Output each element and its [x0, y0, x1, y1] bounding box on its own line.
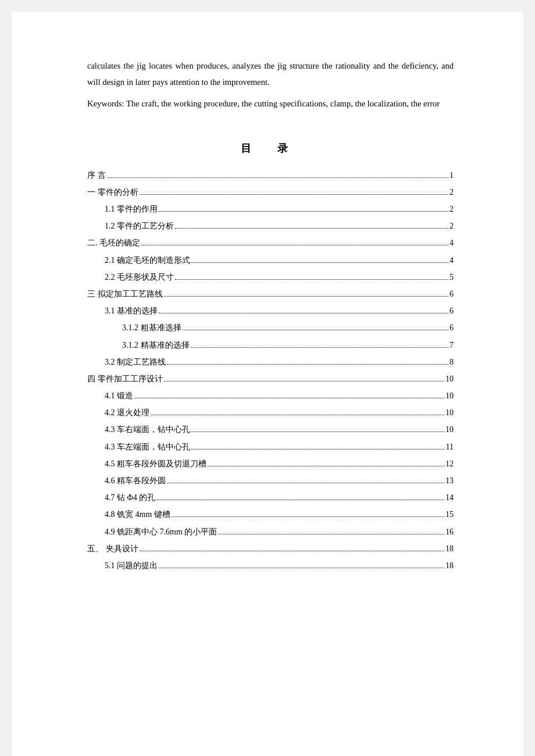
toc-item-page: 6 [450, 287, 454, 301]
toc-item: 5.1 问题的提出18 [87, 558, 454, 573]
toc-item-page: 13 [445, 473, 454, 488]
toc-item-page: 14 [445, 490, 454, 505]
toc-item-label: 4.8 铣宽 4mm 键槽 [105, 507, 170, 522]
toc-item-dots [159, 313, 448, 313]
toc-title: 目 录 [87, 141, 454, 155]
toc-item: 1.1 零件的作用2 [87, 202, 454, 216]
toc-item-dots [164, 381, 445, 381]
toc-item-page: 4 [450, 253, 454, 268]
toc-item-dots [218, 534, 444, 534]
toc-container: 序 言1一 零件的分析21.1 零件的作用21.2 零件的工艺分析2二. 毛坯的… [87, 168, 454, 573]
toc-item: 1.2 零件的工艺分析2 [87, 219, 454, 233]
document-page: calculates the jig locates when produces… [12, 12, 523, 756]
toc-item-dots [191, 432, 444, 432]
toc-item-label: 4.2 退火处理 [105, 405, 149, 420]
toc-item: 4.6 精车各段外圆13 [87, 473, 454, 488]
toc-item-label: 2.2 毛坯形状及尺寸 [105, 270, 174, 284]
toc-item-page: 1 [450, 168, 454, 183]
toc-item: 序 言1 [87, 168, 454, 183]
toc-item-page: 2 [450, 219, 454, 233]
toc-item-label: 4.5 粗车各段外圆及切退刀槽 [105, 457, 206, 471]
toc-item-page: 6 [450, 320, 454, 335]
toc-item: 五、 夹具设计18 [87, 541, 454, 556]
toc-item-dots [183, 330, 449, 330]
toc-item-page: 11 [446, 440, 454, 454]
keywords-text: The craft, the working procedure, the cu… [126, 99, 440, 108]
toc-item-page: 18 [445, 558, 454, 573]
toc-item-page: 6 [450, 304, 454, 318]
toc-section: 目 录 序 言1一 零件的分析21.1 零件的作用21.2 零件的工艺分析2二.… [87, 141, 454, 573]
toc-item-page: 10 [445, 422, 454, 437]
toc-item-page: 10 [445, 372, 454, 386]
toc-item-dots [159, 568, 444, 568]
toc-item-dots [191, 449, 445, 450]
toc-item-label: 二. 毛坯的确定 [87, 236, 140, 250]
toc-item: 4.2 退火处理10 [87, 405, 454, 420]
toc-item-label: 1.2 零件的工艺分析 [105, 219, 174, 233]
toc-item: 二. 毛坯的确定4 [87, 236, 454, 250]
toc-item-dots [167, 364, 448, 365]
toc-item: 4.1 锻造10 [87, 388, 454, 403]
toc-item: 3.1 基准的选择6 [87, 304, 454, 318]
toc-item-label: 4.3 车右端面，钻中心孔 [105, 422, 190, 437]
toc-item-label: 3.1.2 粗基准选择 [122, 320, 181, 335]
toc-item-label: 1.1 零件的作用 [105, 202, 158, 216]
toc-item-label: 4.1 锻造 [105, 388, 133, 403]
toc-item-page: 7 [450, 338, 454, 352]
toc-item-label: 一 零件的分析 [87, 185, 138, 199]
keywords-label: Keywords: [87, 99, 124, 108]
toc-item-dots [164, 296, 449, 297]
toc-item-label: 4.6 精车各段外圆 [105, 473, 166, 488]
toc-item-dots [191, 262, 448, 263]
toc-item-dots [140, 194, 449, 195]
toc-item: 4.3 车右端面，钻中心孔10 [87, 422, 454, 437]
toc-item-page: 8 [450, 355, 454, 369]
toc-item: 2.2 毛坯形状及尺寸5 [87, 270, 454, 284]
toc-item-label: 4.9 铣距离中心 7.6mm 的小平面 [105, 525, 217, 539]
toc-item-label: 序 言 [87, 168, 106, 183]
toc-item: 四 零件加工工序设计10 [87, 372, 454, 386]
toc-item-label: 3.1.2 精基准的选择 [122, 338, 190, 352]
toc-item-page: 16 [445, 525, 454, 539]
toc-item-page: 2 [450, 185, 454, 199]
toc-item: 4.8 铣宽 4mm 键槽15 [87, 507, 454, 522]
toc-item-label: 3.2 制定工艺路线 [105, 355, 166, 369]
toc-item: 4.5 粗车各段外圆及切退刀槽12 [87, 457, 454, 471]
toc-item-dots [175, 279, 448, 280]
toc-item: 3.1.2 粗基准选择6 [87, 320, 454, 335]
toc-item-dots [107, 177, 449, 178]
toc-item-page: 10 [445, 405, 454, 420]
toc-item-dots [141, 245, 448, 245]
toc-item-dots [208, 466, 444, 466]
toc-item-page: 10 [445, 388, 454, 403]
toc-item: 一 零件的分析2 [87, 185, 454, 199]
toc-item-dots [151, 415, 444, 415]
toc-item-page: 5 [450, 270, 454, 284]
toc-item-page: 15 [445, 507, 454, 522]
toc-item-page: 18 [445, 541, 454, 556]
toc-item-dots [167, 483, 444, 483]
toc-item-page: 2 [450, 202, 454, 216]
toc-item-label: 5.1 问题的提出 [105, 558, 158, 573]
toc-item-label: 四 零件加工工序设计 [87, 372, 163, 386]
toc-item-label: 2.1 确定毛坯的制造形式 [105, 253, 190, 268]
toc-item-dots [156, 500, 444, 500]
toc-item-label: 三 拟定加工工艺路线 [87, 287, 163, 301]
toc-item-dots [159, 211, 448, 212]
toc-item-label: 4.3 车左端面，钻中心孔 [105, 440, 190, 454]
toc-item-dots [134, 398, 444, 398]
toc-item-dots [140, 551, 445, 551]
toc-item: 4.3 车左端面，钻中心孔11 [87, 440, 454, 454]
toc-item: 4.7 钻 Φ4 的孔14 [87, 490, 454, 505]
keywords-line: Keywords: The craft, the working procedu… [87, 96, 454, 112]
abstract-section: calculates the jig locates when produces… [87, 58, 454, 112]
toc-item: 2.1 确定毛坯的制造形式4 [87, 253, 454, 268]
abstract-body: calculates the jig locates when produces… [87, 58, 454, 90]
toc-item: 4.9 铣距离中心 7.6mm 的小平面16 [87, 525, 454, 539]
toc-item-dots [191, 347, 449, 348]
toc-item-label: 3.1 基准的选择 [105, 304, 158, 318]
toc-item-dots [172, 516, 444, 517]
toc-item-page: 4 [450, 236, 454, 250]
toc-item: 三 拟定加工工艺路线6 [87, 287, 454, 301]
toc-item-label: 4.7 钻 Φ4 的孔 [105, 490, 155, 505]
